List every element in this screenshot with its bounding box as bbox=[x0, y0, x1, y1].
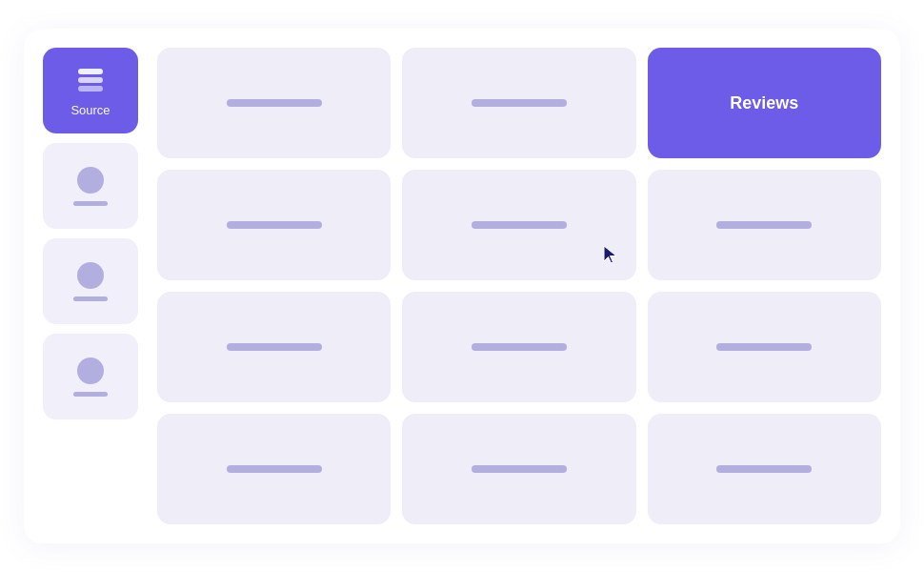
content-area: Reviews bbox=[157, 48, 881, 524]
sidebar-item-source-label: Source bbox=[70, 103, 110, 117]
grid-cell-r2c1[interactable] bbox=[157, 170, 391, 280]
sidebar-item-source[interactable]: Source bbox=[43, 48, 138, 133]
cell-bar-r2c3 bbox=[716, 221, 812, 229]
svg-rect-2 bbox=[78, 86, 103, 92]
grid-cell-r4c1[interactable] bbox=[157, 414, 391, 524]
sidebar: Source bbox=[43, 48, 138, 524]
grid-cell-r2c3[interactable] bbox=[648, 170, 881, 280]
grid-cell-r4c2[interactable] bbox=[402, 414, 635, 524]
cell-bar-r1c1 bbox=[227, 99, 322, 107]
sidebar-item-user1[interactable] bbox=[43, 143, 138, 229]
svg-rect-1 bbox=[78, 77, 103, 83]
cell-bar-r4c3 bbox=[716, 465, 812, 473]
cell-bar-r4c1 bbox=[227, 465, 322, 473]
cell-bar-r3c2 bbox=[472, 343, 567, 351]
avatar-bar-2 bbox=[73, 296, 108, 301]
avatar-icon-3 bbox=[77, 358, 104, 384]
avatar-bar-1 bbox=[73, 201, 108, 206]
grid-row-2 bbox=[157, 170, 881, 280]
main-container: Source Reviews bbox=[24, 29, 900, 543]
avatar-icon-2 bbox=[77, 262, 104, 289]
cell-bar-r3c1 bbox=[227, 343, 322, 351]
layers-icon bbox=[75, 65, 106, 95]
cursor bbox=[602, 244, 619, 269]
grid-cell-r1c1[interactable] bbox=[157, 48, 391, 158]
reviews-label: Reviews bbox=[730, 93, 798, 113]
grid-cell-r3c3[interactable] bbox=[648, 292, 881, 402]
cell-bar-r4c2 bbox=[472, 465, 567, 473]
cell-bar-r2c2 bbox=[472, 221, 567, 229]
grid-cell-r1c2[interactable] bbox=[402, 48, 635, 158]
grid-cell-r3c1[interactable] bbox=[157, 292, 391, 402]
svg-rect-0 bbox=[78, 69, 103, 74]
grid-row-3 bbox=[157, 292, 881, 402]
sidebar-item-user2[interactable] bbox=[43, 238, 138, 324]
avatar-bar-3 bbox=[73, 392, 108, 397]
grid-row-1: Reviews bbox=[157, 48, 881, 158]
grid-cell-r4c3[interactable] bbox=[648, 414, 881, 524]
sidebar-item-user3[interactable] bbox=[43, 334, 138, 419]
grid-cell-r1c3[interactable]: Reviews bbox=[648, 48, 881, 158]
cell-bar-r2c1 bbox=[227, 221, 322, 229]
grid-row-4 bbox=[157, 414, 881, 524]
cell-bar-r1c2 bbox=[472, 99, 567, 107]
avatar-icon-1 bbox=[77, 167, 104, 194]
grid-cell-r3c2[interactable] bbox=[402, 292, 635, 402]
cell-bar-r3c3 bbox=[716, 343, 812, 351]
grid-cell-r2c2[interactable] bbox=[402, 170, 635, 280]
